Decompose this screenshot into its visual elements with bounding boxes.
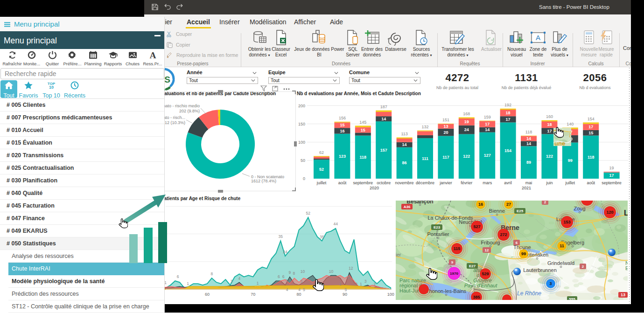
- svg-text:157: 157: [380, 148, 387, 153]
- svg-text:E25: E25: [517, 209, 524, 213]
- svg-text:mai: mai: [525, 181, 532, 185]
- svg-text:24: 24: [464, 127, 469, 132]
- svg-text:122: 122: [463, 154, 470, 159]
- svg-text:9: 9: [289, 270, 291, 275]
- svg-text:122: 122: [546, 154, 553, 159]
- svg-text:35: 35: [279, 234, 283, 239]
- svg-text:décembre: décembre: [416, 181, 434, 185]
- svg-text:4: 4: [286, 287, 288, 292]
- svg-text:L: L: [624, 209, 628, 217]
- svg-text:2021: 2021: [522, 186, 531, 190]
- svg-text:1: 1: [257, 281, 259, 285]
- svg-text:Lauterbrunnen: Lauterbrunnen: [523, 267, 557, 273]
- svg-text:E27: E27: [469, 264, 476, 268]
- svg-text:15: 15: [340, 123, 344, 127]
- svg-text:2020: 2020: [370, 186, 379, 190]
- svg-text:113: 113: [401, 132, 407, 136]
- svg-text:118: 118: [525, 130, 532, 134]
- svg-text:1: 1: [187, 281, 189, 286]
- svg-text:18: 18: [547, 122, 552, 127]
- svg-text:187: 187: [380, 104, 387, 109]
- svg-text:15: 15: [361, 128, 365, 132]
- svg-text:16: 16: [478, 202, 483, 207]
- svg-text:4: 4: [238, 276, 240, 281]
- svg-text:3: 3: [231, 279, 233, 284]
- svg-text:2: 2: [355, 282, 357, 286]
- svg-text:50: 50: [301, 158, 305, 163]
- svg-text:2: 2: [582, 264, 584, 269]
- svg-text:44: 44: [333, 222, 338, 226]
- svg-text:A36: A36: [404, 205, 411, 209]
- svg-text:E: E: [625, 265, 628, 271]
- svg-text:160: 160: [546, 114, 553, 119]
- svg-text:111: 111: [422, 156, 428, 161]
- svg-text:200: 200: [298, 104, 305, 108]
- svg-text:Grindelwald: Grindelwald: [547, 260, 574, 266]
- svg-text:3: 3: [549, 281, 552, 286]
- svg-text:17: 17: [609, 173, 614, 178]
- svg-text:3: 3: [300, 279, 302, 284]
- svg-text:17: 17: [485, 122, 490, 126]
- svg-text:118: 118: [360, 155, 367, 160]
- svg-text:17: 17: [506, 117, 511, 122]
- svg-text:52: 52: [306, 211, 311, 216]
- svg-text:86: 86: [402, 160, 407, 165]
- svg-text:132: 132: [421, 125, 428, 129]
- svg-text:août: août: [587, 181, 595, 185]
- svg-text:ier: ier: [396, 252, 401, 257]
- svg-text:14: 14: [402, 142, 407, 147]
- svg-text:1: 1: [360, 282, 362, 286]
- svg-text:Le Rhône: Le Rhône: [517, 290, 541, 297]
- svg-text:529: 529: [482, 271, 489, 276]
- svg-text:52: 52: [319, 167, 324, 172]
- svg-text:153: 153: [563, 220, 570, 224]
- svg-text:14: 14: [485, 127, 490, 132]
- svg-text:A: A: [149, 51, 156, 59]
- svg-text:151: 151: [442, 118, 449, 122]
- svg-text:août: août: [338, 181, 347, 185]
- svg-text:12: 12: [485, 248, 489, 252]
- svg-text:0: 0: [303, 176, 305, 181]
- svg-text:E23: E23: [434, 225, 441, 230]
- svg-text:192: 192: [504, 103, 511, 107]
- svg-text:115: 115: [454, 246, 461, 251]
- svg-text:5: 5: [303, 287, 305, 292]
- svg-text:24: 24: [283, 250, 287, 254]
- svg-text:2: 2: [373, 282, 376, 286]
- svg-text:127: 127: [484, 153, 491, 158]
- svg-text:Pontarlier: Pontarlier: [427, 231, 449, 237]
- svg-text:385: 385: [473, 295, 480, 299]
- svg-text:8: 8: [293, 271, 295, 276]
- svg-text:6: 6: [347, 275, 350, 279]
- svg-text:527: 527: [473, 224, 480, 229]
- svg-text:123: 123: [339, 154, 346, 159]
- svg-text:555: 555: [569, 297, 575, 300]
- svg-text:6: 6: [278, 274, 280, 279]
- svg-text:septembre: septembre: [353, 181, 373, 185]
- svg-text:14: 14: [526, 136, 531, 141]
- svg-text:117: 117: [442, 155, 449, 160]
- svg-text:une: une: [554, 140, 565, 146]
- svg-text:10: 10: [301, 269, 305, 274]
- svg-text:154: 154: [588, 117, 595, 121]
- svg-text:19: 19: [464, 119, 469, 124]
- svg-text:juillet: juillet: [565, 181, 575, 185]
- svg-text:11: 11: [560, 243, 564, 248]
- svg-text:168: 168: [463, 111, 470, 116]
- svg-text:27: 27: [506, 202, 511, 207]
- svg-text:120: 120: [606, 210, 613, 215]
- svg-text:154: 154: [504, 148, 511, 153]
- svg-text:14: 14: [381, 117, 386, 121]
- svg-text:6: 6: [516, 241, 518, 245]
- svg-text:18: 18: [506, 111, 511, 115]
- svg-text:3: 3: [364, 279, 367, 284]
- svg-text:A: A: [536, 34, 540, 42]
- svg-text:février: février: [461, 181, 472, 185]
- svg-text:6: 6: [177, 274, 179, 279]
- svg-text:mars: mars: [483, 181, 492, 185]
- svg-text:15: 15: [588, 131, 593, 135]
- svg-text:156: 156: [339, 116, 346, 120]
- svg-text:6: 6: [282, 274, 285, 279]
- svg-text:70: 70: [251, 292, 255, 297]
- svg-text:janvier: janvier: [439, 181, 452, 185]
